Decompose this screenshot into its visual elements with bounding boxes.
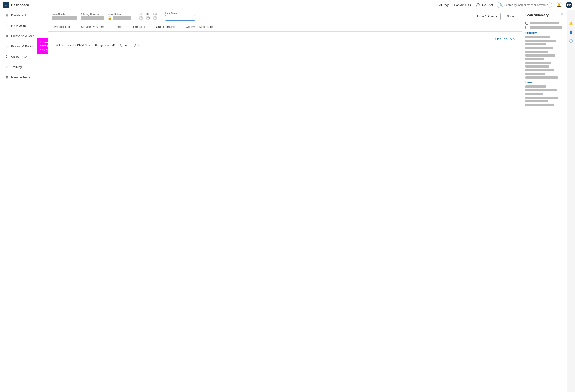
summary-checkbox-1[interactable]: [525, 22, 528, 24]
loan-actions-label: Loan Actions: [477, 15, 494, 18]
question-text: Will you need a Child Care Letter genera…: [56, 44, 116, 47]
le-status-group: LE ⊙: [139, 13, 143, 20]
pipeline-icon: ≡: [5, 24, 9, 27]
loan-summary-header: Loan Summary ☰: [522, 10, 567, 19]
caliberpro-icon: ?: [5, 55, 9, 58]
loan-stage-label: Loan Stage: [165, 12, 195, 15]
loan-summary-body: Property Loan: [522, 19, 567, 392]
tab-product-info[interactable]: Product Info: [48, 23, 75, 31]
tab-generate-disclosure[interactable]: Generate Disclosure: [180, 23, 218, 31]
radio-group: Yes No: [120, 44, 141, 47]
user-avatar-btn[interactable]: BP: [566, 2, 572, 8]
live-chat-link[interactable]: 💬 Live Chat: [476, 3, 493, 7]
clock-icon: 🕐: [569, 39, 573, 43]
loan-stage-input[interactable]: [165, 15, 195, 21]
dashboard-icon: ⊞: [5, 13, 9, 17]
sidebar-item-my-pipeline[interactable]: ≡ My Pipeline: [0, 21, 48, 31]
property-section-label: Property: [525, 31, 564, 34]
logo-area[interactable]: ▲ Dashboard: [3, 2, 29, 8]
top-navigation: ▲ Dashboard AllRegs Contact Us ▾ 💬 Live …: [0, 0, 575, 10]
yes-radio-label[interactable]: Yes: [120, 44, 129, 47]
summary-checkbox-2[interactable]: [525, 26, 528, 29]
sidebar-item-label: Training: [11, 65, 22, 69]
nav-links: AllRegs Contact Us ▾ 💬 Live Chat: [439, 3, 493, 7]
header-actions: Loan Actions ▾ Save: [474, 13, 518, 20]
loan-section-label: Loan: [525, 81, 564, 84]
sidebar-item-dashboard[interactable]: ⊞ Dashboard: [0, 10, 48, 21]
yes-radio[interactable]: [120, 44, 123, 47]
no-radio-label[interactable]: No: [133, 44, 141, 47]
loan-bar-4: [525, 96, 558, 99]
cd-circle-icon: ⊙: [146, 16, 150, 20]
cd-status-group: CD ⊙: [146, 13, 150, 20]
loan-header: Loan Number Primary Borrower Lock Status…: [48, 10, 522, 23]
content-area: Loan Number Primary Borrower Lock Status…: [48, 10, 522, 392]
sidebar-item-label: My Pipeline: [11, 24, 26, 27]
tabs-bar: Product Info Service Providers Fees Prep…: [48, 23, 522, 32]
property-bar-9: [525, 65, 549, 67]
sidebar-item-label: Product & Pricing: [11, 44, 34, 48]
clock-icon-btn[interactable]: 🕐: [568, 38, 574, 44]
separator-1: [135, 12, 135, 21]
main-wrapper: ⊞ Dashboard ≡ My Pipeline ⊕ Create New L…: [0, 10, 575, 392]
loan-number-label: Loan Number: [52, 13, 77, 16]
loan-summary-panel: Loan Summary ☰ Property: [522, 10, 567, 392]
person-icon-btn[interactable]: 👤: [568, 29, 574, 35]
lock-status-label: Lock Status: [108, 13, 131, 15]
alert-icon-btn[interactable]: !: [568, 12, 574, 18]
property-bar-1: [525, 36, 550, 38]
notification-bell-btn[interactable]: 🔔: [556, 2, 562, 8]
lock-status-bar: [113, 16, 131, 20]
le-label: LE: [140, 13, 143, 15]
property-bar-8: [525, 62, 551, 64]
sidebar-item-label: CaliberPRO: [11, 55, 27, 58]
loan-bar-2: [525, 89, 557, 91]
summary-checkbox-bar-2: [530, 26, 562, 29]
bell-icon-btn[interactable]: 🔔: [568, 21, 574, 26]
loan-bar-1: [525, 86, 546, 88]
alert-icon: !: [570, 13, 572, 17]
product-pricing-icon: ▤: [5, 44, 9, 48]
tab-service-providers[interactable]: Service Providers: [75, 23, 110, 31]
tooltip-bubble: If there aren't questions, let's not sho…: [37, 38, 48, 54]
property-bar-4: [525, 47, 553, 49]
tab-questionnaire[interactable]: Questionnaire: [150, 23, 180, 31]
property-bar-11: [525, 73, 545, 75]
loan-actions-button[interactable]: Loan Actions ▾: [474, 13, 501, 20]
le-circle-icon: ⊙: [139, 16, 143, 20]
sidebar-item-product-pricing[interactable]: ▤ Product & Pricing If there aren't ques…: [0, 41, 48, 51]
property-bar-5: [525, 51, 548, 53]
sidebar: ⊞ Dashboard ≡ My Pipeline ⊕ Create New L…: [0, 10, 48, 392]
cd-label: CD: [146, 13, 149, 15]
coc-label: CoC: [153, 13, 158, 15]
tab-fees[interactable]: Fees: [110, 23, 128, 31]
search-box[interactable]: 🔍: [497, 2, 552, 8]
summary-checkbox-bar-1: [530, 22, 559, 24]
contact-us-label: Contact Us: [454, 3, 469, 7]
contact-us-link[interactable]: Contact Us ▾: [454, 3, 471, 7]
skip-step-link[interactable]: Skip This Step: [495, 37, 515, 41]
search-input[interactable]: [504, 3, 550, 7]
loan-summary-title: Loan Summary: [525, 13, 549, 17]
primary-borrower-field: Primary Borrower: [81, 13, 104, 20]
sidebar-item-label: Dashboard: [11, 14, 26, 17]
allregs-link[interactable]: AllRegs: [439, 3, 449, 7]
save-button[interactable]: Save: [503, 13, 518, 20]
tab-prepaids[interactable]: Prepaids: [128, 23, 150, 31]
loan-bar-6: [525, 104, 554, 106]
loan-number-field: Loan Number: [52, 13, 77, 20]
no-radio[interactable]: [133, 44, 136, 47]
loan-bar-5: [525, 100, 548, 103]
separator-2: [161, 12, 162, 21]
sidebar-item-training[interactable]: ? Training: [0, 62, 48, 72]
contact-us-chevron: ▾: [470, 3, 471, 7]
sidebar-item-manage-team[interactable]: ⊞ Manage Team: [0, 72, 48, 83]
primary-borrower-label: Primary Borrower: [81, 13, 104, 16]
bell-icon: 🔔: [569, 22, 573, 25]
training-icon: ?: [5, 65, 9, 69]
checkbox-row-1: [525, 22, 564, 24]
summary-list-icon[interactable]: ☰: [560, 13, 564, 17]
create-loan-icon: ⊕: [5, 34, 9, 38]
app-title: Dashboard: [11, 3, 29, 7]
loan-actions-chevron: ▾: [496, 15, 497, 18]
